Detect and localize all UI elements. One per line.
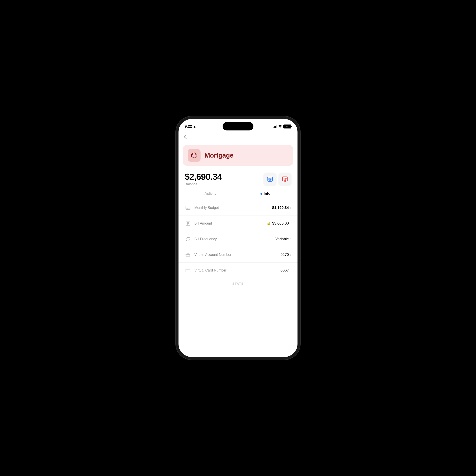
account-header: Mortgage [183, 145, 293, 166]
virtual-card-label: Virtual Card Number [194, 268, 281, 272]
frequency-icon [185, 236, 191, 242]
monthly-budget-label: Monthly Budget [194, 206, 272, 210]
tab-active-dot [260, 193, 262, 195]
phone-frame: 9:22 ▲ 100 [178, 119, 298, 357]
monthly-budget-value: $1,190.34 [272, 206, 289, 210]
virtual-account-value: 9270 [281, 253, 289, 257]
account-name: Mortgage [204, 152, 233, 159]
statements-icon [282, 176, 288, 182]
bill-frequency-value: Variable [275, 237, 289, 241]
svg-rect-5 [186, 206, 190, 210]
monthly-budget-chevron: › [290, 206, 291, 210]
tabs: Activity Info [183, 191, 293, 199]
stats-hint: STATS [178, 278, 298, 289]
virtual-card-row[interactable]: Virtual Card Number 6667 › [178, 263, 298, 278]
virtual-card-chevron: › [290, 268, 291, 272]
bill-amount-value: $3,000.00 [272, 221, 289, 226]
bank-icon [185, 252, 191, 258]
budget-icon [185, 204, 191, 211]
info-list: Monthly Budget $1,190.34 › Bill Amount 🔒… [178, 200, 298, 278]
tab-info[interactable]: Info [238, 191, 293, 199]
location-icon: ▲ [193, 125, 196, 128]
svg-rect-4 [285, 180, 286, 182]
status-icons: 100 [273, 124, 291, 128]
card-icon [185, 267, 191, 274]
dynamic-island [222, 122, 254, 131]
virtual-account-chevron: › [290, 253, 291, 257]
statements-button[interactable] [279, 173, 291, 186]
bill-icon [185, 220, 191, 227]
tab-activity[interactable]: Activity [183, 191, 238, 199]
back-button[interactable] [184, 134, 189, 141]
wifi-icon [278, 125, 282, 128]
bill-frequency-row[interactable]: Bill Frequency Variable › [178, 231, 298, 247]
balance-amount: $2,690.34 [185, 172, 222, 182]
bill-frequency-chevron: › [290, 237, 291, 241]
lock-icon: 🔒 [267, 221, 271, 225]
transfer-button[interactable] [264, 173, 276, 186]
virtual-account-label: Virtual Account Number [194, 253, 281, 257]
battery-icon: 100 [283, 124, 291, 128]
monthly-budget-row[interactable]: Monthly Budget $1,190.34 › [178, 200, 298, 216]
bill-amount-chevron: › [290, 221, 291, 225]
bill-amount-label: Bill Amount [194, 221, 267, 225]
transfer-icon [267, 176, 273, 182]
account-icon-wrapper [188, 149, 201, 162]
status-time: 9:22 [185, 124, 192, 129]
virtual-card-value: 6667 [281, 268, 289, 272]
action-buttons [264, 173, 291, 186]
nav-bar [178, 131, 298, 143]
svg-rect-8 [186, 269, 190, 272]
signal-bars-icon [273, 125, 277, 128]
bill-amount-row[interactable]: Bill Amount 🔒 $3,000.00 › [178, 216, 298, 231]
balance-label: Balance [185, 182, 222, 186]
balance-section: $2,690.34 Balance [178, 166, 298, 186]
virtual-account-row[interactable]: Virtual Account Number 9270 › [178, 247, 298, 263]
cube-icon [191, 152, 198, 159]
bill-frequency-label: Bill Frequency [194, 237, 275, 241]
